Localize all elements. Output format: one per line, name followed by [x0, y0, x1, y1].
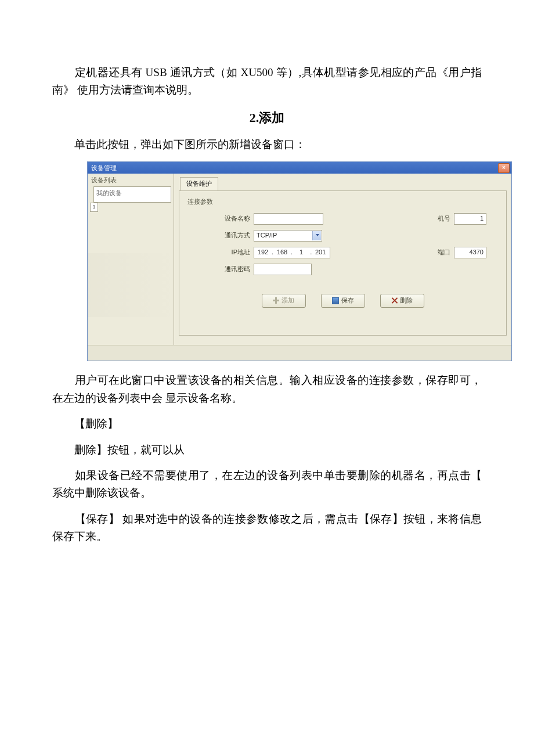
- chevron-down-icon: [316, 234, 319, 236]
- text: 定机器还具有 USB 通讯方式（如 XU500 等）,具体机型请参见相应的产品《…: [52, 66, 482, 96]
- input-device-name[interactable]: [254, 213, 323, 225]
- label-password: 通讯密码: [219, 264, 250, 275]
- section-heading: 2.添加: [52, 107, 482, 128]
- label-machine-no: 机号: [431, 214, 450, 224]
- select-comm-mode[interactable]: TCP/IP: [254, 230, 322, 242]
- ip-seg-4: 201: [312, 247, 329, 258]
- sidebar-group-title: 设备列表: [88, 174, 174, 186]
- group-title: 连接参数: [187, 197, 498, 207]
- button-label: 保存: [341, 296, 354, 306]
- text: 如果设备已经不需要使用了，在左边的设备列表中单击要删除的机器名，再点击【 系统中…: [52, 469, 482, 499]
- save-icon: [332, 297, 339, 304]
- input-port[interactable]: 4370: [454, 247, 486, 258]
- paragraph: 用户可在此窗口中设置该设备的相关信息。输入相应设备的连接参数，保存即可，在左边的…: [52, 372, 482, 407]
- save-button[interactable]: 保存: [321, 294, 365, 308]
- paragraph: 定机器还具有 USB 通讯方式（如 XU500 等）,具体机型请参见相应的产品《…: [52, 64, 482, 99]
- paragraph: 【保存】 如果对选中的设备的连接参数修改之后，需点击【保存】按钮，来将信息保存下…: [52, 510, 482, 546]
- add-button[interactable]: 添加: [262, 294, 306, 308]
- main-panel: 设备维护 连接参数 设备名称 机号 1 通讯方式 TCP/IP: [174, 174, 511, 345]
- label-device-name: 设备名称: [219, 214, 250, 224]
- decorative-shadow: [88, 253, 179, 317]
- ip-seg-2: 168: [273, 247, 291, 258]
- device-manager-window: 设备管理 × 设备列表 我的设备 1 设备维护 连接参数 设备名称: [87, 161, 512, 361]
- tab-body: 连接参数 设备名称 机号 1 通讯方式 TCP/IP: [179, 190, 507, 336]
- button-label: 删除: [400, 296, 413, 306]
- window-titlebar: 设备管理 ×: [88, 162, 511, 174]
- input-ip[interactable]: 192. 168. 1. 201: [254, 247, 330, 258]
- input-password[interactable]: [254, 264, 312, 275]
- device-sidebar: 设备列表 我的设备 1: [88, 174, 174, 345]
- device-tree-item[interactable]: 1: [90, 203, 98, 212]
- window-bottom-bar: [88, 345, 511, 361]
- plus-icon: [273, 297, 279, 304]
- ip-seg-3: 1: [293, 247, 310, 258]
- paragraph: 删除】按钮，就可以从: [52, 441, 482, 459]
- text: 【保存】 如果对选中的设备的连接参数修改之后，需点击【保存】按钮，来将信息保存下…: [52, 513, 482, 542]
- label-ip: IP地址: [219, 247, 250, 258]
- paragraph: 单击此按钮，弹出如下图所示的新增设备窗口：: [52, 136, 482, 153]
- label-comm-mode: 通讯方式: [219, 231, 250, 241]
- select-value: TCP/IP: [257, 231, 277, 241]
- label-port: 端口: [431, 247, 450, 258]
- input-machine-no[interactable]: 1: [454, 213, 486, 225]
- paragraph: 【删除】: [52, 415, 482, 433]
- close-icon: ×: [502, 165, 506, 171]
- ip-seg-1: 192: [254, 247, 272, 258]
- delete-button[interactable]: 删除: [380, 294, 424, 308]
- close-button[interactable]: ×: [498, 163, 510, 173]
- window-title: 设备管理: [91, 163, 117, 174]
- device-tree-root[interactable]: 我的设备: [93, 186, 171, 203]
- text: 用户可在此窗口中设置该设备的相关信息。输入相应设备的连接参数，保存即可，在左边的…: [52, 374, 482, 404]
- button-label: 添加: [282, 296, 294, 306]
- delete-icon: [391, 297, 398, 304]
- tab-device-maintain[interactable]: 设备维护: [180, 177, 218, 190]
- paragraph: 如果设备已经不需要使用了，在左边的设备列表中单击要删除的机器名，再点击【 系统中…: [52, 467, 482, 502]
